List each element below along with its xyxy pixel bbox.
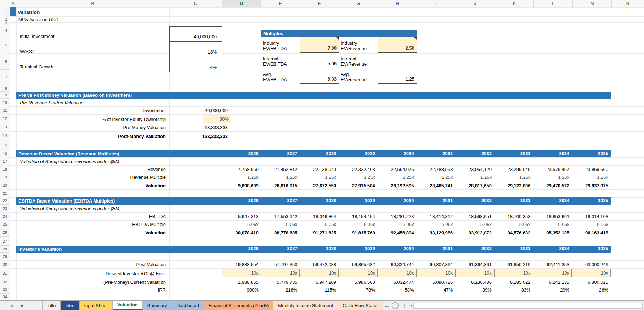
row-header-18[interactable]: 18 bbox=[0, 165, 10, 173]
ebitda-value-cell[interactable]: 19,014,103 bbox=[572, 214, 611, 220]
revenue-value-cell[interactable]: 22,554,076 bbox=[378, 167, 417, 173]
ebitda-valuation-cell[interactable]: 96,163,418 bbox=[572, 230, 611, 237]
sheet-nav-right-icon[interactable]: ▶ bbox=[21, 304, 24, 308]
year-header-cell[interactable]: 2029 bbox=[339, 151, 378, 157]
year-header-cell[interactable]: 2034 bbox=[533, 198, 572, 205]
year-header-cell[interactable]: 2035 bbox=[572, 198, 611, 205]
ebitda-multiple-cell[interactable]: 5.06x bbox=[222, 222, 261, 228]
revenue-multiple-cell[interactable]: 1.25x bbox=[416, 175, 455, 181]
column-header-B[interactable]: B bbox=[16, 0, 169, 7]
current-valuation-cell[interactable]: 6,241,135 bbox=[533, 279, 572, 286]
desired-roi-input[interactable]: 10x bbox=[261, 269, 300, 277]
year-header-cell[interactable]: 2030 bbox=[378, 246, 417, 253]
row-header-30[interactable]: 30 bbox=[0, 260, 10, 268]
ebitda-multiple-cell[interactable]: 5.06x bbox=[572, 222, 611, 228]
revenue-valuation-cell[interactable]: 29,470,572 bbox=[533, 183, 572, 189]
row-header-7[interactable]: 7 bbox=[0, 70, 10, 85]
revenue-multiple-cell[interactable]: 1.25x bbox=[339, 175, 378, 181]
ebitda-multiple-cell[interactable]: 5.06x bbox=[533, 222, 572, 228]
revenue-multiple-cell[interactable]: 1.25x bbox=[261, 175, 300, 181]
column-header-L[interactable]: L bbox=[534, 0, 573, 7]
revenue-multiple-cell[interactable]: 1.25x bbox=[378, 175, 417, 181]
scroll-left-icon[interactable]: ◂ bbox=[410, 303, 412, 308]
column-header-H[interactable]: H bbox=[378, 0, 417, 7]
desired-roi-input[interactable]: 10x bbox=[416, 269, 455, 277]
ebitda-valuation-cell[interactable]: 30,078,410 bbox=[222, 230, 261, 237]
desired-roi-input[interactable]: 10x bbox=[339, 269, 378, 277]
post-valuation-cell[interactable]: 59,865,632 bbox=[339, 262, 378, 268]
tab-financial-statements-yearly[interactable]: Financial Statements (Yearly) bbox=[204, 301, 273, 310]
column-header-G[interactable]: G bbox=[339, 0, 378, 7]
avg-ev-revenue-cell[interactable]: 1.25 bbox=[378, 68, 417, 84]
desired-roi-input[interactable]: 10x bbox=[300, 269, 339, 277]
row-header-4[interactable]: 4 bbox=[0, 24, 10, 37]
revenue-multiple-cell[interactable]: 1.25x bbox=[222, 175, 261, 181]
horizontal-scrollbar[interactable]: ◂ bbox=[410, 301, 643, 310]
revenue-value-cell[interactable]: 23,869,660 bbox=[572, 167, 611, 173]
row-header-6[interactable]: 6 bbox=[0, 53, 10, 70]
ebitda-multiple-cell[interactable]: 5.06x bbox=[378, 222, 417, 228]
row-header-27[interactable]: 27 bbox=[0, 237, 10, 246]
tab-monthly-income-statement[interactable]: Monthly Income Statement bbox=[273, 301, 338, 310]
tab-input-sheet[interactable]: Input Sheet bbox=[80, 301, 113, 310]
industry-ev-ebitda-input[interactable]: 7.00 bbox=[300, 37, 339, 53]
current-valuation-cell[interactable]: 5,986,563 bbox=[339, 279, 378, 286]
internal-ev-ebitda-cell[interactable]: 5.06 bbox=[300, 52, 339, 68]
ebitda-multiple-cell[interactable]: 5.06x bbox=[416, 222, 455, 228]
irr-value-cell[interactable]: 216% bbox=[261, 287, 300, 294]
year-header-cell[interactable]: 2033 bbox=[494, 198, 533, 205]
revenue-value-cell[interactable]: 22,138,040 bbox=[300, 167, 339, 173]
post-money-value[interactable]: 133,333,333 bbox=[191, 131, 230, 140]
ebitda-multiple-cell[interactable]: 5.06x bbox=[455, 222, 494, 228]
revenue-valuation-cell[interactable]: 28,192,595 bbox=[378, 183, 417, 189]
ebitda-value-cell[interactable]: 18,853,691 bbox=[533, 214, 572, 220]
current-valuation-cell[interactable]: 5,779,735 bbox=[261, 279, 300, 286]
year-header-cell[interactable]: 2035 bbox=[572, 246, 611, 253]
revenue-valuation-cell[interactable]: 26,816,015 bbox=[261, 183, 300, 189]
revenue-value-cell[interactable]: 23,576,457 bbox=[533, 167, 572, 173]
ebitda-value-cell[interactable]: 18,414,312 bbox=[416, 214, 455, 220]
irr-value-cell[interactable]: 39% bbox=[455, 287, 494, 294]
year-header-cell[interactable]: 2027 bbox=[261, 151, 300, 157]
post-valuation-cell[interactable]: 60,324,744 bbox=[378, 262, 417, 268]
sheet-area[interactable]: Valuation All Values is in USD Initial I… bbox=[0, 0, 644, 300]
irr-value-cell[interactable]: 58% bbox=[378, 287, 417, 294]
row-header-12[interactable]: 12 bbox=[0, 114, 10, 123]
tab-intro[interactable]: Intro bbox=[61, 301, 79, 310]
column-header-F[interactable]: F bbox=[300, 0, 339, 7]
row-header-22[interactable]: 22 bbox=[0, 197, 10, 205]
row-header-19[interactable]: 19 bbox=[0, 173, 10, 181]
row-header-32[interactable]: 32 bbox=[0, 278, 10, 286]
ebitda-valuation-cell[interactable]: 91,815,760 bbox=[339, 230, 378, 237]
row-header-23[interactable]: 23 bbox=[0, 205, 10, 212]
row-header-5[interactable]: 5 bbox=[0, 37, 10, 53]
desired-roi-input[interactable]: 10x bbox=[533, 269, 572, 277]
row-header-1[interactable]: 1 bbox=[0, 7, 10, 16]
year-header-cell[interactable]: 2032 bbox=[455, 151, 494, 157]
irr-value-cell[interactable]: 47% bbox=[416, 287, 455, 294]
ebitda-valuation-cell[interactable]: 94,576,632 bbox=[494, 230, 533, 237]
ebitda-valuation-cell[interactable]: 92,456,894 bbox=[378, 230, 417, 237]
revenue-value-cell[interactable]: 23,299,045 bbox=[494, 167, 533, 173]
current-valuation-cell[interactable]: 1,988,855 bbox=[222, 279, 261, 286]
desired-roi-input[interactable]: 10x bbox=[572, 269, 611, 277]
column-header-D[interactable]: D bbox=[222, 0, 261, 7]
row-header-11[interactable]: 11 bbox=[0, 106, 10, 114]
year-header-cell[interactable]: 2033 bbox=[494, 246, 533, 253]
row-header-15[interactable]: 15 bbox=[0, 140, 10, 150]
post-valuation-cell[interactable]: 63,000,246 bbox=[572, 262, 611, 268]
avg-ev-ebitda-cell[interactable]: 6.03 bbox=[300, 68, 339, 84]
row-header-34[interactable]: 34 bbox=[0, 294, 10, 300]
row-header-25[interactable]: 25 bbox=[0, 220, 10, 228]
row-header-9[interactable]: 9 bbox=[0, 92, 10, 99]
irr-value-cell[interactable]: 115% bbox=[300, 287, 339, 294]
ebitda-multiple-cell[interactable]: 5.06x bbox=[300, 222, 339, 228]
current-valuation-cell[interactable]: 6,136,486 bbox=[455, 279, 494, 286]
year-header-cell[interactable]: 2031 bbox=[416, 246, 455, 253]
column-header-M[interactable]: M bbox=[573, 0, 612, 7]
post-valuation-cell[interactable]: 60,807,864 bbox=[416, 262, 455, 268]
revenue-valuation-cell[interactable]: 9,698,699 bbox=[222, 183, 261, 189]
year-header-cell[interactable]: 2031 bbox=[416, 198, 455, 205]
revenue-valuation-cell[interactable]: 29,123,806 bbox=[494, 183, 533, 189]
current-valuation-cell[interactable]: 6,032,474 bbox=[378, 279, 417, 286]
